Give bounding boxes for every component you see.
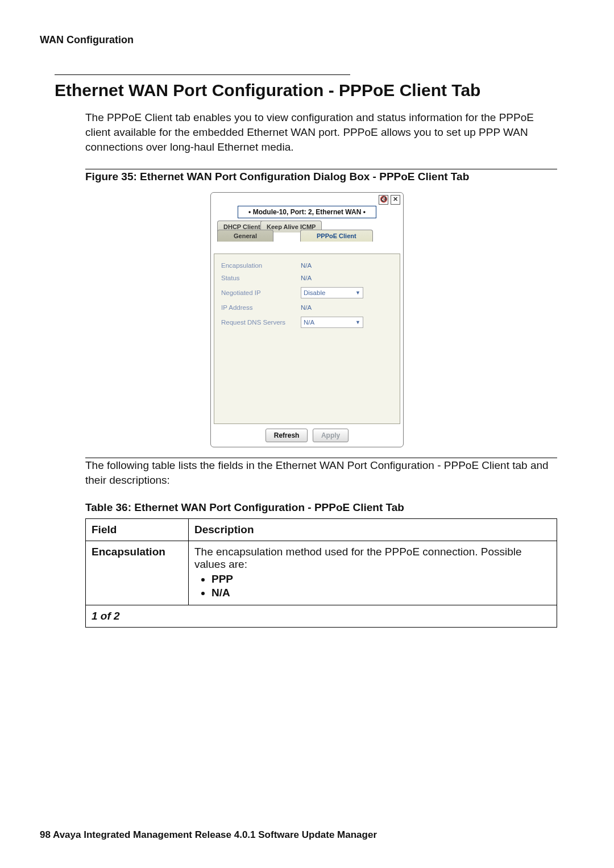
close-icon[interactable]: ✕ [391, 195, 400, 205]
label-negotiated-ip: Negotiated IP [221, 289, 301, 296]
dialog-panel: Encapsulation N/A Status N/A Negotiated … [214, 254, 400, 424]
figure-caption: Figure 35: Ethernet WAN Port Configurati… [85, 171, 557, 183]
value-status: N/A [301, 275, 312, 281]
apply-button[interactable]: Apply [313, 429, 349, 442]
select-negotiated-ip[interactable]: Disable ▼ [301, 287, 363, 298]
label-ip-address: IP Address [221, 304, 301, 311]
mute-icon[interactable]: 🔇 [379, 195, 388, 205]
figure-rule-top [85, 169, 557, 169]
desc-lead-text: The encapsulation method used for the PP… [194, 546, 522, 570]
tab-pppoe-client[interactable]: PPPoE Client [300, 230, 373, 242]
table-pager: 1 of 2 [86, 605, 557, 628]
table-caption: Table 36: Ethernet WAN Port Configuratio… [85, 501, 557, 514]
td-desc-encapsulation: The encapsulation method used for the PP… [189, 541, 557, 605]
field-name-label: Encapsulation [92, 546, 165, 558]
section-rule-top [55, 74, 350, 75]
chevron-down-icon: ▼ [355, 319, 360, 325]
dialog-title: • Module-10, Port: 2, Ethernet WAN • [238, 206, 376, 218]
section-title: Ethernet WAN Port Configuration - PPPoE … [55, 81, 574, 100]
label-status: Status [221, 275, 301, 281]
chevron-down-icon: ▼ [355, 290, 360, 296]
post-figure-paragraph: The following table lists the fields in … [85, 458, 557, 488]
intro-paragraph: The PPPoE Client tab enables you to view… [85, 110, 557, 155]
page-header: WAN Configuration [40, 34, 574, 46]
tab-general[interactable]: General [217, 230, 273, 242]
refresh-button[interactable]: Refresh [265, 429, 308, 442]
pppoe-dialog: 🔇 ✕ • Module-10, Port: 2, Ethernet WAN •… [210, 192, 404, 447]
bullet-na: N/A [211, 587, 230, 599]
value-encapsulation: N/A [301, 262, 312, 269]
select-negotiated-ip-value: Disable [304, 289, 325, 296]
page-footer: 98 Avaya Integrated Management Release 4… [40, 829, 377, 841]
select-request-dns[interactable]: N/A ▼ [301, 317, 363, 328]
th-field: Field [86, 519, 189, 541]
td-field-encapsulation: Encapsulation [86, 541, 189, 605]
select-request-dns-value: N/A [304, 319, 314, 326]
label-encapsulation: Encapsulation [221, 262, 301, 269]
value-ip-address: N/A [301, 304, 312, 311]
th-description: Description [189, 519, 557, 541]
label-request-dns: Request DNS Servers [221, 319, 301, 326]
field-description-table: Field Description Encapsulation The enca… [85, 518, 557, 628]
bullet-ppp: PPP [211, 573, 233, 585]
